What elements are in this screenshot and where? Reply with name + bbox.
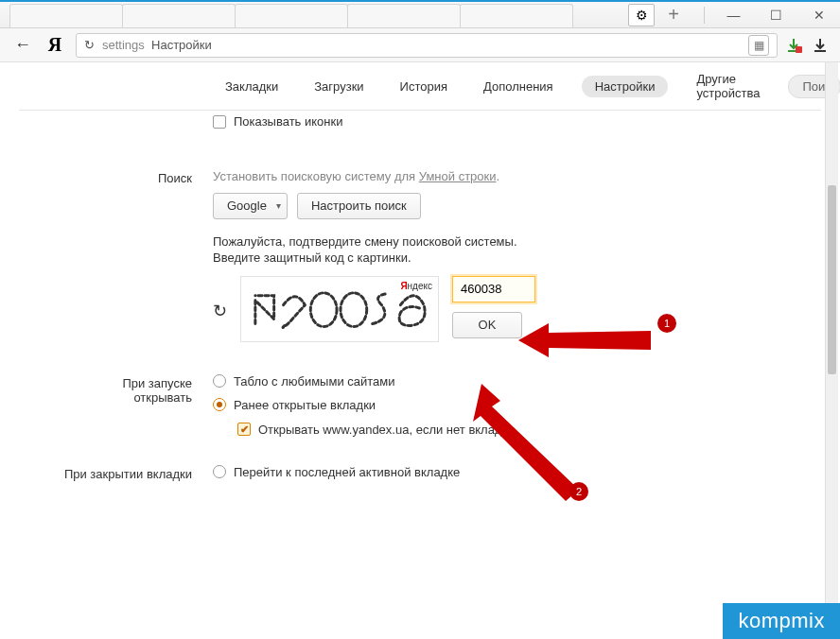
nav-addons[interactable]: Дополнения xyxy=(476,76,561,97)
radio-icon xyxy=(213,465,226,478)
startup-option-tablo[interactable]: Табло с любимыми сайтами xyxy=(213,374,821,389)
address-path-key: settings xyxy=(102,38,145,52)
new-tab-button[interactable]: + xyxy=(660,2,687,28)
tablo-icon[interactable]: ▦ xyxy=(748,35,769,56)
captcha-refresh-icon[interactable]: ↻ xyxy=(213,276,227,321)
address-path-title: Настройки xyxy=(151,38,212,52)
back-button[interactable]: ← xyxy=(11,35,34,55)
download-icon[interactable] xyxy=(812,37,829,54)
close-option-last-active[interactable]: Перейти к последней активной вкладке xyxy=(213,465,821,479)
browser-tab[interactable] xyxy=(235,4,348,27)
startup-section-title: При запуске открывать xyxy=(0,374,213,437)
yandex-logo[interactable]: Я xyxy=(34,34,76,56)
nav-downloads[interactable]: Загрузки xyxy=(306,76,371,97)
nav-divider xyxy=(19,110,821,111)
nav-bookmarks[interactable]: Закладки xyxy=(218,76,286,97)
browser-tab[interactable] xyxy=(460,4,573,27)
browser-tab[interactable] xyxy=(9,4,123,27)
browser-tab[interactable] xyxy=(347,4,461,27)
chevron-down-icon: ▾ xyxy=(276,200,281,211)
ok-button[interactable]: OK xyxy=(452,312,522,338)
extension-download-icon[interactable] xyxy=(785,37,802,54)
captcha-code-input[interactable] xyxy=(452,276,535,302)
address-bar-row: ← Я ↻ settings Настройки ▦ xyxy=(0,28,840,62)
checkbox-icon xyxy=(237,423,251,436)
window-close[interactable]: ✕ xyxy=(797,2,840,28)
svg-point-3 xyxy=(310,292,337,326)
radio-icon xyxy=(213,398,226,411)
nav-settings[interactable]: Настройки xyxy=(582,76,669,97)
svg-rect-1 xyxy=(796,46,802,53)
confirm-text-2: Введите защитный код с картинки. xyxy=(213,250,821,265)
search-help-text: Установить поисковую систему для Умной с… xyxy=(213,169,821,183)
show-icons-label: Показывать иконки xyxy=(234,114,342,129)
captcha-brand: Яндекс xyxy=(400,281,432,291)
search-engine-select[interactable]: Google▾ xyxy=(213,193,288,219)
configure-search-button[interactable]: Настроить поиск xyxy=(297,193,421,219)
reload-icon[interactable]: ↻ xyxy=(84,38,95,52)
radio-icon xyxy=(213,374,226,388)
search-section-title: Поиск xyxy=(0,169,213,342)
vertical-scrollbar[interactable] xyxy=(825,62,838,635)
nav-history[interactable]: История xyxy=(393,76,455,97)
nav-other-devices[interactable]: Другие устройства xyxy=(689,68,767,104)
open-yandex-checkbox[interactable]: Открывать www.yandex.ua, если нет вкладо… xyxy=(237,423,514,437)
browser-tab[interactable] xyxy=(122,4,236,27)
gear-icon[interactable]: ⚙ xyxy=(628,4,655,26)
window-maximize[interactable]: ☐ xyxy=(755,2,797,28)
address-field[interactable]: ↻ settings Настройки ▦ xyxy=(76,33,778,58)
close-tab-section-title: При закрытии вкладки xyxy=(0,465,213,489)
show-icons-checkbox[interactable]: Показывать иконки xyxy=(213,114,342,129)
window-titlebar: ⚙ + — ☐ ✕ xyxy=(0,0,840,28)
tab-strip xyxy=(0,2,628,27)
confirm-text-1: Пожалуйста, подтвердите смену поисковой … xyxy=(213,234,821,249)
kompmix-watermark: kompmix xyxy=(723,603,840,639)
svg-rect-2 xyxy=(814,50,826,52)
window-minimize[interactable]: — xyxy=(712,2,755,28)
captcha-image: Яндекс xyxy=(240,276,439,342)
startup-option-tabs[interactable]: Ранее открытые вкладки xyxy=(213,398,821,412)
settings-nav: Закладки Загрузки История Дополнения Нас… xyxy=(0,62,840,110)
checkbox-icon xyxy=(213,115,226,129)
smart-line-link[interactable]: Умной строки xyxy=(419,169,497,183)
svg-point-4 xyxy=(341,292,367,326)
scrollbar-thumb[interactable] xyxy=(828,185,836,374)
